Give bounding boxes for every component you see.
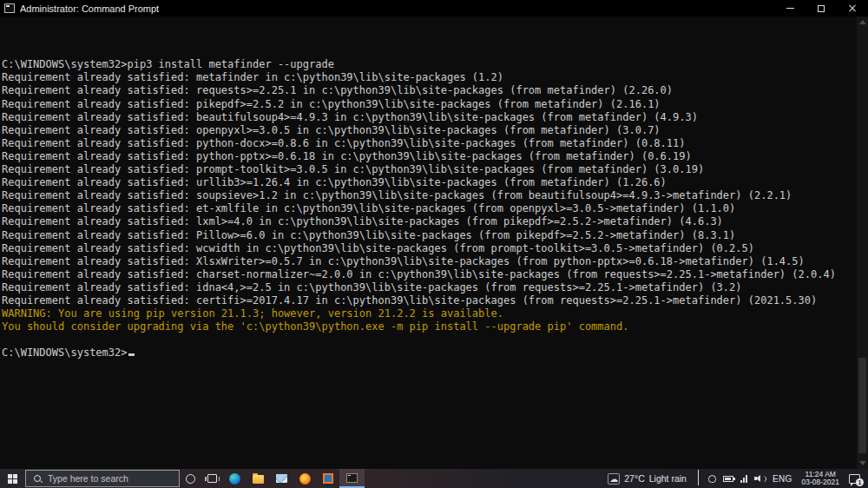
terminal-line: You should consider upgrading via the 'c… xyxy=(2,320,854,333)
terminal-line: Requirement already satisfied: certifi>=… xyxy=(2,294,854,307)
search-icon xyxy=(33,474,43,484)
command-prompt-line: C:\WINDOWS\system32> xyxy=(2,346,854,359)
weather-condition-label: Light rain xyxy=(649,473,687,484)
minimize-icon xyxy=(786,8,794,9)
window-title: Administrator: Command Prompt xyxy=(20,3,159,14)
terminal-line: Requirement already satisfied: lxml>=4.0… xyxy=(2,215,854,228)
date-label: 03-08-2021 xyxy=(802,478,839,487)
task-view-icon xyxy=(207,474,217,483)
terminal-line: Requirement already satisfied: idna<4,>=… xyxy=(2,281,854,294)
chevron-up-icon xyxy=(698,470,699,485)
task-view-button[interactable] xyxy=(201,469,223,488)
text-cursor xyxy=(128,353,135,356)
terminal-line: Requirement already satisfied: requests>… xyxy=(2,84,854,97)
onedrive-tray-button[interactable] xyxy=(705,475,720,483)
prompt-text: C:\WINDOWS\system32> xyxy=(2,346,128,359)
show-hidden-icons-button[interactable] xyxy=(692,471,705,486)
maximize-button[interactable] xyxy=(806,0,837,16)
terminal-line: Requirement already satisfied: wcwidth i… xyxy=(2,242,854,255)
terminal-line: Requirement already satisfied: soupsieve… xyxy=(2,189,854,202)
file-explorer-button[interactable] xyxy=(247,469,270,488)
close-button[interactable] xyxy=(837,0,868,16)
edge-icon xyxy=(229,473,240,485)
battery-tray-button[interactable] xyxy=(720,476,737,482)
command-prompt-taskbar-button[interactable] xyxy=(339,469,365,488)
terminal-line: Requirement already satisfied: python-pp… xyxy=(2,150,854,163)
terminal-line: Requirement already satisfied: Pillow>=6… xyxy=(2,229,854,242)
folder-icon xyxy=(253,475,264,484)
mail-button[interactable] xyxy=(270,469,293,488)
mail-icon xyxy=(276,474,287,483)
terminal-output: C:\WINDOWS\system32>pip3 install metafin… xyxy=(2,19,854,346)
close-icon xyxy=(848,4,857,13)
taskbar: Type here to search ☁ 27°C Light rain EN… xyxy=(0,469,868,488)
language-indicator[interactable]: ENG xyxy=(767,474,798,484)
minimize-button[interactable] xyxy=(774,0,806,16)
firefox-icon xyxy=(299,473,311,485)
window-titlebar: Administrator: Command Prompt xyxy=(0,0,868,16)
terminal-line: Requirement already satisfied: urllib3>=… xyxy=(2,176,854,189)
orange-app-button[interactable] xyxy=(317,469,339,488)
terminal-line: C:\WINDOWS\system32>pip3 install metafin… xyxy=(2,58,854,71)
terminal-window[interactable]: C:\WINDOWS\system32>pip3 install metafin… xyxy=(0,16,868,469)
cortana-button[interactable] xyxy=(180,469,201,488)
clock[interactable]: 11:24 AM 03-08-2021 xyxy=(798,471,844,487)
weather-widget[interactable]: ☁ 27°C Light rain xyxy=(602,473,692,485)
network-tray-button[interactable] xyxy=(737,475,751,483)
scrollbar-thumb[interactable] xyxy=(858,358,866,453)
cortana-icon xyxy=(186,474,195,484)
terminal-line: Requirement already satisfied: python-do… xyxy=(2,137,854,150)
terminal-scrollbar[interactable] xyxy=(857,16,868,469)
volume-tray-button[interactable] xyxy=(751,475,767,483)
battery-icon xyxy=(723,476,733,482)
terminal-line: Requirement already satisfied: beautiful… xyxy=(2,111,854,124)
volume-icon xyxy=(754,475,764,483)
search-input[interactable]: Type here to search xyxy=(25,470,180,487)
terminal-line: Requirement already satisfied: et-xmlfil… xyxy=(2,202,854,215)
terminal-line: Requirement already satisfied: XlsxWrite… xyxy=(2,255,854,268)
cmd-window-icon xyxy=(4,3,15,13)
system-tray: ☁ 27°C Light rain ENG 11:24 AM 03-08-202… xyxy=(602,469,868,488)
temperature-label: 27°C xyxy=(624,473,644,484)
action-center-button[interactable]: 1 xyxy=(849,474,860,484)
network-icon xyxy=(740,475,747,483)
scroll-down-icon[interactable] xyxy=(859,461,866,465)
notification-badge: 1 xyxy=(856,478,864,486)
firefox-button[interactable] xyxy=(293,469,317,488)
terminal-line: WARNING: You are using pip version 21.1.… xyxy=(2,307,854,320)
terminal-line: Requirement already satisfied: charset-n… xyxy=(2,268,854,281)
terminal-line: Requirement already satisfied: pikepdf>=… xyxy=(2,98,854,111)
terminal-line: Requirement already satisfied: openpyxl>… xyxy=(2,124,854,137)
edge-button[interactable] xyxy=(223,469,247,488)
start-button[interactable] xyxy=(0,469,25,488)
terminal-line xyxy=(2,333,854,346)
search-placeholder: Type here to search xyxy=(48,473,128,484)
onedrive-icon xyxy=(708,475,716,483)
terminal-line: Requirement already satisfied: metafinde… xyxy=(2,71,854,84)
orange-app-icon xyxy=(323,473,333,484)
scroll-up-icon[interactable] xyxy=(859,20,866,24)
terminal-line: Requirement already satisfied: prompt-to… xyxy=(2,163,854,176)
windows-logo-icon xyxy=(8,474,17,484)
weather-icon: ☁ xyxy=(608,473,620,485)
restore-icon xyxy=(818,5,825,12)
cmd-icon xyxy=(346,473,358,483)
taskbar-empty-area xyxy=(365,469,602,488)
